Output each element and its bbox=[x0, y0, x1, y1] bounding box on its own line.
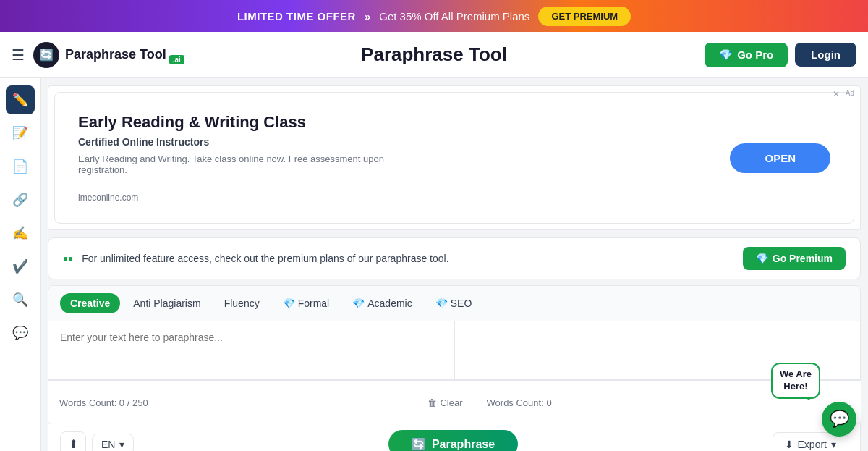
diamond-icon-academic: 💎 bbox=[352, 298, 365, 309]
tab-seo[interactable]: 💎 SEO bbox=[425, 293, 482, 313]
paraphrase-button[interactable]: 🔄 Paraphrase bbox=[388, 430, 518, 451]
logo: 🔄 Paraphrase Tool .ai bbox=[33, 42, 184, 68]
sidebar: ✏️ 📝 📄 🔗 ✍️ ✔️ 🔍 💬 bbox=[0, 78, 41, 451]
top-banner: LIMITED TIME OFFER » Get 35% Off All Pre… bbox=[0, 0, 868, 32]
premium-text: For unlimited feature access, check out … bbox=[82, 253, 734, 264]
go-premium-button[interactable]: 💎 Go Premium bbox=[743, 247, 846, 270]
chevron-down-icon: ▾ bbox=[119, 439, 124, 450]
text-panels bbox=[48, 321, 860, 379]
ad-title: Early Reading & Writing Class bbox=[78, 113, 425, 132]
banner-offer-text: Get 35% Off All Premium Plans bbox=[379, 10, 529, 22]
sidebar-item-citation[interactable]: 🔗 bbox=[6, 185, 35, 214]
language-select[interactable]: EN ▾ bbox=[92, 434, 134, 452]
sidebar-item-ai-writer[interactable]: ✍️ bbox=[6, 219, 35, 248]
sidebar-item-paraphrase[interactable]: ✏️ bbox=[6, 85, 35, 114]
tab-anti-plagiarism[interactable]: Anti Plagiarism bbox=[123, 293, 210, 313]
page-title: Paraphrase Tool bbox=[361, 43, 507, 66]
ad-inner: Early Reading & Writing Class Certified … bbox=[54, 92, 854, 224]
tab-formal[interactable]: 💎 Formal bbox=[273, 293, 340, 313]
banner-offer-label: LIMITED TIME OFFER bbox=[237, 10, 356, 22]
tool-area: Creative Anti Plagiarism Fluency 💎 Forma… bbox=[48, 285, 861, 380]
we-are-here-label: We AreHere! bbox=[771, 363, 820, 399]
mode-tabs: Creative Anti Plagiarism Fluency 💎 Forma… bbox=[48, 286, 860, 321]
tab-academic[interactable]: 💎 Academic bbox=[342, 293, 422, 313]
premium-bar: ▪▪ For unlimited feature access, check o… bbox=[48, 237, 861, 279]
ad-label: Ad bbox=[846, 89, 854, 97]
diamond-icon-seo: 💎 bbox=[435, 298, 448, 309]
header-actions: 💎 Go Pro Login bbox=[705, 43, 856, 67]
upload-button[interactable]: ⬆ bbox=[60, 431, 86, 452]
ad-subtitle: Certified Online Instructors bbox=[78, 136, 425, 148]
logo-badge: .ai bbox=[169, 55, 184, 64]
tab-creative[interactable]: Creative bbox=[60, 293, 120, 313]
clear-icon: 🗑 bbox=[427, 397, 437, 408]
sidebar-item-chat[interactable]: 💬 bbox=[6, 319, 35, 347]
refresh-icon: 🔄 bbox=[412, 437, 426, 451]
ad-container: Ad ✕ Early Reading & Writing Class Certi… bbox=[48, 85, 861, 230]
login-button[interactable]: Login bbox=[795, 43, 856, 67]
input-textarea[interactable] bbox=[48, 321, 455, 379]
content-area: Ad ✕ Early Reading & Writing Class Certi… bbox=[41, 78, 868, 451]
logo-text: Paraphrase Tool bbox=[65, 47, 166, 62]
sidebar-item-summarizer[interactable]: 📄 bbox=[6, 152, 35, 181]
get-premium-button[interactable]: GET PREMIUM bbox=[538, 7, 631, 26]
upload-lang-group: ⬆ EN ▾ bbox=[60, 431, 134, 452]
ad-content: Early Reading & Writing Class Certified … bbox=[78, 113, 425, 203]
header: ☰ 🔄 Paraphrase Tool .ai Paraphrase Tool … bbox=[0, 32, 868, 78]
sidebar-item-detector[interactable]: 🔍 bbox=[6, 285, 35, 314]
action-bar: ⬆ EN ▾ 🔄 Paraphrase ⬇ Export ▾ bbox=[48, 424, 861, 451]
sidebar-item-checker[interactable]: ✔️ bbox=[6, 252, 35, 281]
ad-domain: lmeconline.com bbox=[78, 193, 425, 203]
ad-description: Early Reading and Writing. Take class on… bbox=[78, 153, 425, 175]
tab-fluency[interactable]: Fluency bbox=[214, 293, 270, 313]
menu-icon[interactable]: ☰ bbox=[12, 46, 25, 64]
premium-icon: ▪▪ bbox=[63, 250, 73, 267]
bottom-status-bar: Words Count: 0 / 250 🗑 Clear Words Count… bbox=[48, 380, 861, 424]
panel-separator bbox=[469, 388, 469, 417]
chat-bubble: We AreHere! 💬 bbox=[822, 402, 856, 437]
ad-open-button[interactable]: OPEN bbox=[730, 143, 830, 173]
chat-button[interactable]: 💬 bbox=[822, 402, 856, 437]
sidebar-item-grammar[interactable]: 📝 bbox=[6, 119, 35, 148]
diamond-icon: 💎 bbox=[719, 49, 733, 62]
chevron-down-export-icon: ▾ bbox=[831, 439, 836, 450]
clear-button[interactable]: 🗑 Clear bbox=[427, 397, 462, 408]
ad-close-button[interactable]: ✕ bbox=[833, 89, 840, 99]
banner-arrow: » bbox=[365, 10, 370, 22]
diamond-icon-premium: 💎 bbox=[756, 253, 768, 264]
go-pro-button[interactable]: 💎 Go Pro bbox=[705, 43, 788, 67]
main-container: ✏️ 📝 📄 🔗 ✍️ ✔️ 🔍 💬 Ad ✕ Early Reading & … bbox=[0, 78, 868, 451]
diamond-icon-formal: 💎 bbox=[283, 298, 295, 309]
download-icon: ⬇ bbox=[785, 439, 793, 450]
logo-icon: 🔄 bbox=[33, 42, 59, 68]
word-count-left: Words Count: 0 / 250 bbox=[59, 397, 422, 408]
